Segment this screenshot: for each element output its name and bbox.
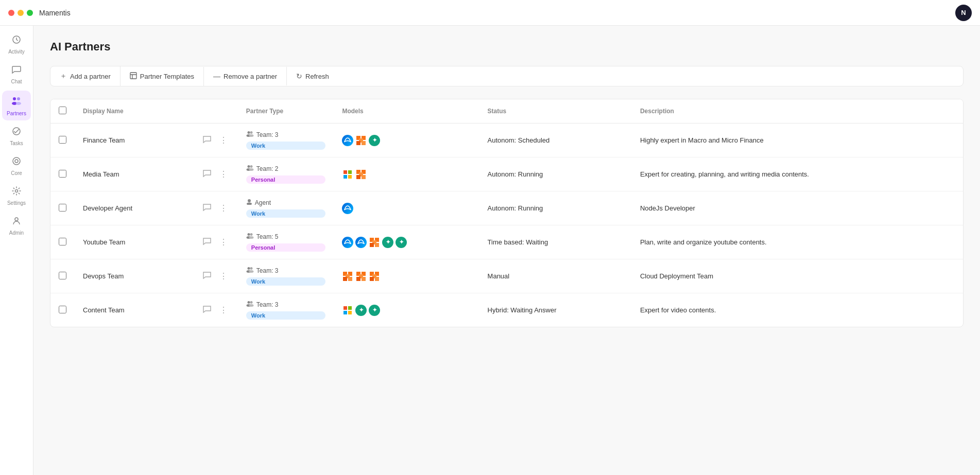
row-more-button-4[interactable]: ⋮ bbox=[217, 270, 230, 282]
row-chat-button-5[interactable] bbox=[201, 304, 213, 316]
user-avatar[interactable]: N bbox=[955, 5, 972, 21]
svg-rect-53 bbox=[343, 277, 347, 281]
row-chat-button-0[interactable] bbox=[201, 134, 213, 147]
activity-icon bbox=[12, 35, 21, 47]
svg-point-49 bbox=[249, 270, 253, 273]
openai-model-icon: ✦ bbox=[382, 237, 393, 248]
row-chat-button-2[interactable] bbox=[201, 202, 213, 215]
refresh-icon: ↻ bbox=[296, 72, 302, 80]
meta-model-icon bbox=[342, 203, 353, 214]
row-models-5: ✦✦ bbox=[334, 293, 479, 327]
row-more-button-0[interactable]: ⋮ bbox=[217, 134, 230, 146]
svg-rect-59 bbox=[362, 277, 366, 281]
templates-label: Partner Templates bbox=[140, 73, 194, 80]
sidebar-item-partners-label: Partners bbox=[7, 111, 26, 116]
svg-rect-64 bbox=[375, 277, 379, 281]
table-row: Youtube Team ⋮ Team: 5 Personal bbox=[50, 225, 963, 259]
row-more-button-5[interactable]: ⋮ bbox=[217, 304, 230, 316]
sidebar-item-tasks[interactable]: Tasks bbox=[2, 122, 31, 150]
titlebar: Mamentis N bbox=[0, 0, 980, 26]
row-chat-button-1[interactable] bbox=[201, 168, 213, 181]
app-name: Mamentis bbox=[39, 9, 71, 17]
openai2-model-icon: ✦ bbox=[369, 305, 380, 316]
svg-rect-29 bbox=[348, 175, 352, 179]
partner-templates-button[interactable]: Partner Templates bbox=[121, 67, 204, 86]
type-icon-3 bbox=[246, 233, 254, 240]
badge-2: Work bbox=[246, 209, 326, 218]
row-description-5: Expert for video contents. bbox=[632, 293, 963, 327]
sidebar-item-chat[interactable]: Chat bbox=[2, 61, 31, 89]
meta-model-icon bbox=[342, 237, 353, 248]
svg-rect-27 bbox=[348, 170, 352, 174]
row-actions-1: ⋮ bbox=[193, 157, 238, 191]
sidebar-item-core[interactable]: Core bbox=[2, 152, 31, 180]
sidebar-item-partners[interactable]: Partners bbox=[2, 91, 31, 120]
row-type-0: Team: 3 Work bbox=[238, 124, 334, 157]
row-type-4: Team: 3 Work bbox=[238, 259, 334, 293]
svg-point-68 bbox=[249, 304, 253, 307]
type-icon-4 bbox=[246, 267, 254, 274]
row-status-4: Manual bbox=[479, 259, 632, 293]
toolbar: ＋ Add a partner Partner Templates — Remo… bbox=[50, 66, 964, 86]
svg-point-2 bbox=[17, 97, 20, 100]
remove-partner-label: Remove a partner bbox=[223, 73, 277, 80]
svg-rect-54 bbox=[348, 277, 352, 281]
microsoft-model-icon bbox=[342, 169, 353, 180]
row-checkbox-1[interactable] bbox=[59, 170, 66, 178]
svg-rect-72 bbox=[348, 311, 352, 314]
row-status-3: Time based: Waiting bbox=[479, 225, 632, 259]
row-more-button-1[interactable]: ⋮ bbox=[217, 168, 230, 180]
th-description: Description bbox=[632, 99, 963, 124]
type-icon-2 bbox=[246, 199, 252, 206]
svg-point-8 bbox=[15, 190, 18, 192]
row-more-button-2[interactable]: ⋮ bbox=[217, 202, 230, 214]
refresh-button[interactable]: ↻ Refresh bbox=[287, 67, 338, 85]
sidebar-item-admin[interactable]: Admin bbox=[2, 212, 31, 240]
row-more-button-3[interactable]: ⋮ bbox=[217, 236, 230, 248]
add-partner-button[interactable]: ＋ Add a partner bbox=[50, 66, 121, 86]
row-chat-button-4[interactable] bbox=[201, 270, 213, 283]
row-checkbox-5[interactable] bbox=[59, 306, 66, 313]
row-status-0: Autonom: Scheduled bbox=[479, 124, 632, 157]
type-label-5: Team: 3 bbox=[256, 301, 279, 308]
row-models-4 bbox=[334, 259, 479, 293]
row-checkbox-4[interactable] bbox=[59, 272, 66, 279]
row-chat-button-3[interactable] bbox=[201, 236, 213, 249]
row-name-3: Youtube Team bbox=[75, 225, 193, 259]
microsoft-model-icon bbox=[342, 305, 353, 316]
row-status-1: Autonom: Running bbox=[479, 157, 632, 191]
row-description-0: Highly expert in Macro and Micro Finance bbox=[632, 124, 963, 157]
templates-icon bbox=[130, 72, 137, 81]
refresh-label: Refresh bbox=[305, 73, 329, 80]
remove-partner-button[interactable]: — Remove a partner bbox=[204, 67, 287, 85]
svg-point-66 bbox=[250, 301, 252, 304]
th-display-name: Display Name bbox=[75, 99, 193, 124]
svg-point-6 bbox=[15, 160, 18, 163]
svg-point-16 bbox=[249, 134, 253, 137]
svg-rect-58 bbox=[356, 277, 360, 281]
svg-point-7 bbox=[13, 157, 20, 165]
sidebar-item-activity[interactable]: Activity bbox=[2, 31, 31, 59]
row-status-5: Hybrid: Waiting Answer bbox=[479, 293, 632, 327]
svg-point-9 bbox=[15, 218, 18, 221]
window-controls bbox=[8, 10, 33, 16]
type-icon-1 bbox=[246, 165, 254, 172]
row-checkbox-3[interactable] bbox=[59, 238, 66, 245]
row-checkbox-0[interactable] bbox=[59, 136, 66, 144]
sidebar-item-settings[interactable]: Settings bbox=[2, 182, 31, 210]
row-checkbox-2[interactable] bbox=[59, 204, 66, 212]
mistral-model-icon bbox=[355, 135, 367, 146]
partners-icon bbox=[11, 95, 22, 109]
badge-1: Personal bbox=[246, 175, 326, 184]
svg-rect-21 bbox=[362, 141, 366, 145]
meta-model-icon bbox=[355, 237, 367, 248]
svg-point-36 bbox=[247, 203, 252, 205]
svg-rect-44 bbox=[370, 243, 374, 247]
meta-model-icon bbox=[342, 135, 353, 146]
type-icon-0 bbox=[246, 131, 254, 138]
select-all-checkbox[interactable] bbox=[59, 107, 66, 114]
openai-model-icon: ✦ bbox=[369, 135, 380, 146]
row-status-2: Autonom: Running bbox=[479, 191, 632, 225]
svg-rect-69 bbox=[343, 306, 347, 310]
th-status: Status bbox=[479, 99, 632, 124]
